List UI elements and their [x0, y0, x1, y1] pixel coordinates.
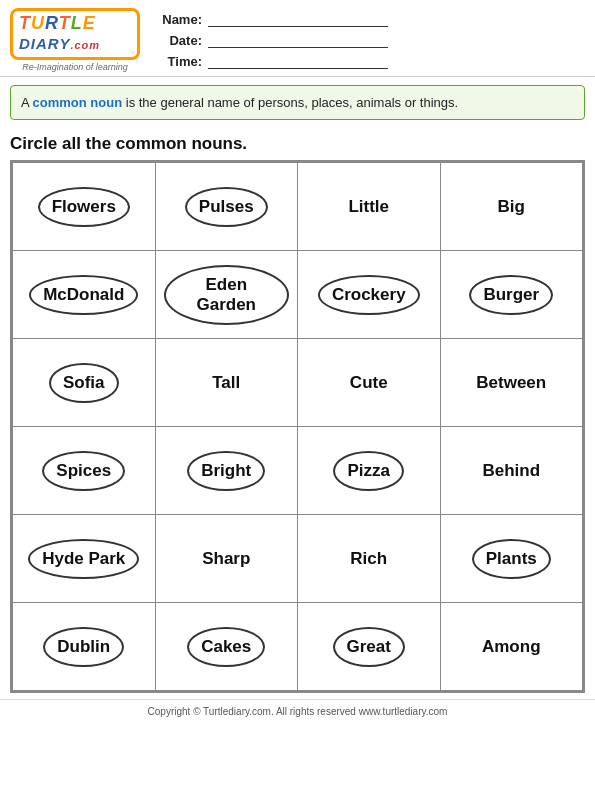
name-line: [208, 13, 388, 27]
grid-cell-4-3[interactable]: Plants: [440, 515, 583, 603]
date-row: Date:: [160, 33, 585, 48]
grid-cell-1-0[interactable]: McDonald: [13, 251, 156, 339]
grid-cell-4-2[interactable]: Rich: [298, 515, 441, 603]
footer: Copyright © Turtlediary.com. All rights …: [0, 699, 595, 721]
grid-cell-0-1[interactable]: Pulses: [155, 163, 298, 251]
form-area: Name: Date: Time:: [140, 12, 585, 69]
info-box: A common noun is the general name of per…: [10, 85, 585, 121]
name-row: Name:: [160, 12, 585, 27]
logo-text: TURTLE DIARY.com: [19, 14, 131, 54]
grid-cell-3-2[interactable]: Pizza: [298, 427, 441, 515]
grid-cell-4-1[interactable]: Sharp: [155, 515, 298, 603]
word-grid-container: FlowersPulsesLittleBigMcDonaldEden Garde…: [10, 160, 585, 693]
grid-cell-0-2[interactable]: Little: [298, 163, 441, 251]
grid-cell-3-0[interactable]: Spices: [13, 427, 156, 515]
time-label: Time:: [160, 54, 202, 69]
logo-tagline: Re-Imagination of learning: [22, 62, 128, 72]
grid-cell-1-3[interactable]: Burger: [440, 251, 583, 339]
grid-cell-1-1[interactable]: Eden Garden: [155, 251, 298, 339]
grid-cell-3-1[interactable]: Bright: [155, 427, 298, 515]
time-line: [208, 55, 388, 69]
common-noun-highlight: common noun: [33, 95, 123, 110]
grid-cell-3-3[interactable]: Behind: [440, 427, 583, 515]
logo-com: .com: [70, 39, 100, 51]
grid-cell-1-2[interactable]: Crockery: [298, 251, 441, 339]
grid-cell-0-3[interactable]: Big: [440, 163, 583, 251]
grid-cell-5-1[interactable]: Cakes: [155, 603, 298, 691]
grid-cell-5-3[interactable]: Among: [440, 603, 583, 691]
grid-cell-2-2[interactable]: Cute: [298, 339, 441, 427]
word-grid: FlowersPulsesLittleBigMcDonaldEden Garde…: [12, 162, 583, 691]
info-text: is the general name of persons, places, …: [122, 95, 458, 110]
logo-box: TURTLE DIARY.com: [10, 8, 140, 60]
logo-area: TURTLE DIARY.com Re-Imagination of learn…: [10, 8, 140, 72]
grid-cell-4-0[interactable]: Hyde Park: [13, 515, 156, 603]
grid-cell-5-2[interactable]: Great: [298, 603, 441, 691]
grid-cell-2-1[interactable]: Tall: [155, 339, 298, 427]
grid-cell-2-0[interactable]: Sofia: [13, 339, 156, 427]
grid-cell-2-3[interactable]: Between: [440, 339, 583, 427]
date-line: [208, 34, 388, 48]
grid-cell-5-0[interactable]: Dublin: [13, 603, 156, 691]
instruction: Circle all the common nouns.: [0, 128, 595, 160]
time-row: Time:: [160, 54, 585, 69]
name-label: Name:: [160, 12, 202, 27]
header: TURTLE DIARY.com Re-Imagination of learn…: [0, 0, 595, 77]
date-label: Date:: [160, 33, 202, 48]
grid-cell-0-0[interactable]: Flowers: [13, 163, 156, 251]
